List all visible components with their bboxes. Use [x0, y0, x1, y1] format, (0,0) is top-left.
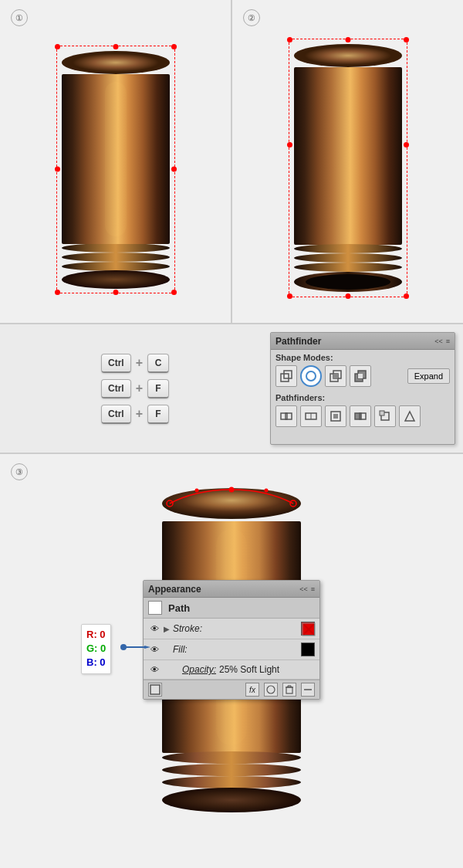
handle-tl	[55, 44, 60, 49]
stroke-expand-arrow[interactable]: ▶	[164, 625, 170, 633]
handle-bc	[113, 290, 118, 295]
shape-exclude-icon[interactable]	[350, 365, 371, 387]
b-value: B: 0	[86, 656, 106, 670]
pathfinder-title: Pathfinder	[275, 336, 321, 347]
svg-rect-15	[284, 371, 292, 378]
panel-1: ①	[0, 0, 232, 323]
f-key-2[interactable]: F	[147, 405, 169, 424]
svg-point-45	[162, 788, 301, 812]
appearance-menu-btn[interactable]: ≡	[311, 585, 315, 593]
pf-icon-2[interactable]	[300, 405, 322, 427]
handle-tc	[113, 44, 118, 49]
svg-rect-19	[333, 374, 338, 378]
bottom-section: ③	[0, 454, 463, 868]
svg-rect-14	[281, 374, 289, 381]
svg-point-43	[162, 764, 301, 776]
cylinder-top-ellipse-2	[292, 42, 404, 69]
svg-point-16	[306, 371, 316, 381]
handle-2-bc	[345, 293, 350, 299]
svg-marker-58	[144, 646, 150, 649]
svg-point-4	[62, 253, 170, 262]
handle-tr	[171, 44, 177, 49]
handle-mr	[171, 167, 177, 172]
pf-icon-3[interactable]	[325, 405, 346, 427]
step-2-number: ②	[243, 9, 260, 26]
handle-2-bl	[287, 293, 292, 299]
fx-icon[interactable]: fx	[245, 683, 259, 697]
stroke-color-swatch[interactable]	[301, 622, 315, 636]
svg-rect-2	[105, 82, 127, 236]
pf-icon-6[interactable]	[399, 405, 421, 427]
pathfinder-menu-btn[interactable]: ≡	[446, 337, 450, 345]
expand-button[interactable]: Expand	[407, 368, 450, 384]
pf-icon-1[interactable]	[275, 405, 297, 427]
appearance-titlebar: Appearance << ≡	[144, 581, 319, 598]
c-key[interactable]: C	[147, 354, 169, 373]
pathfinder-collapse-btn[interactable]: <<	[434, 337, 443, 345]
svg-point-38	[195, 488, 199, 492]
handle-br	[171, 290, 177, 295]
pathfinder-titlebar: Pathfinder << ≡	[271, 333, 455, 350]
trash-icon[interactable]	[282, 683, 296, 697]
step-3-number: ③	[11, 463, 28, 480]
ctrl-key-1[interactable]: Ctrl	[101, 354, 131, 373]
svg-rect-51	[286, 687, 292, 693]
appearance-controls: << ≡	[299, 585, 315, 593]
appearance-collapse-btn[interactable]: <<	[299, 585, 308, 593]
svg-rect-22	[358, 374, 363, 378]
svg-rect-28	[333, 414, 338, 419]
svg-point-44	[162, 776, 301, 788]
ctrl-key-3[interactable]: Ctrl	[101, 405, 131, 424]
new-item-icon[interactable]	[264, 683, 278, 697]
pf-icon-4[interactable]	[350, 405, 371, 427]
path-label: Path	[168, 602, 190, 614]
opacity-visibility-icon[interactable]: 👁	[148, 663, 161, 676]
svg-point-13	[306, 274, 390, 290]
opacity-label[interactable]: Opacity:	[182, 664, 216, 675]
svg-point-42	[162, 751, 301, 764]
fill-label: Fill:	[173, 644, 298, 655]
svg-point-9	[294, 244, 402, 253]
handle-2-tr	[404, 37, 409, 42]
cylinder-bottom-open-2	[292, 270, 404, 293]
pf-icon-5[interactable]	[374, 405, 396, 427]
cylinder-body-1	[60, 74, 171, 244]
g-value: G: 0	[86, 642, 106, 656]
handle-2-mr	[404, 142, 409, 147]
handle-2-br	[404, 293, 409, 299]
fill-color-swatch[interactable]	[301, 643, 315, 656]
plus-2: +	[136, 381, 143, 395]
shape-minus-icon[interactable]	[300, 365, 322, 387]
svg-point-10	[294, 253, 402, 263]
middle-row: Ctrl + C Ctrl + F Ctrl + F Pathfinder <<…	[0, 324, 463, 454]
appearance-panel: Appearance << ≡ Path 👁 ▶ Stroke:	[143, 580, 320, 700]
new-art-maintain-icon[interactable]	[148, 683, 162, 697]
shape-unite-icon[interactable]	[275, 365, 297, 387]
svg-point-11	[294, 263, 402, 272]
f-key-1[interactable]: F	[147, 379, 169, 398]
svg-rect-23	[281, 413, 287, 419]
large-cyl-rings-wrapper	[158, 750, 305, 788]
svg-rect-32	[380, 411, 384, 415]
svg-point-6	[62, 270, 170, 289]
large-cyl-bottom-svg	[158, 786, 305, 814]
shape-intersect-icon[interactable]	[325, 365, 346, 387]
fill-row: 👁 ▶ Fill:	[144, 639, 319, 660]
rgb-arrow-dot	[120, 643, 127, 653]
ctrl-key-2[interactable]: Ctrl	[101, 379, 131, 398]
stroke-visibility-icon[interactable]: 👁	[148, 622, 161, 635]
pathfinders-label: Pathfinders:	[271, 390, 455, 404]
large-cyl-top-wrapper	[158, 486, 305, 521]
svg-rect-8	[294, 67, 402, 245]
svg-point-39	[265, 488, 269, 492]
stroke-row: 👁 ▶ Stroke:	[144, 619, 319, 639]
opacity-row: 👁 Opacity: 25% Soft Light	[144, 660, 319, 680]
cylinder-bottom-ellipse-1	[60, 270, 171, 290]
options-icon[interactable]	[301, 683, 315, 697]
cylinder-rings-2	[292, 242, 404, 272]
rgb-arrow-svg	[126, 646, 150, 649]
handle-ml	[55, 167, 60, 172]
handle-2-tl	[287, 37, 292, 42]
panel-2: ②	[232, 0, 463, 323]
plus-1: +	[136, 356, 143, 370]
